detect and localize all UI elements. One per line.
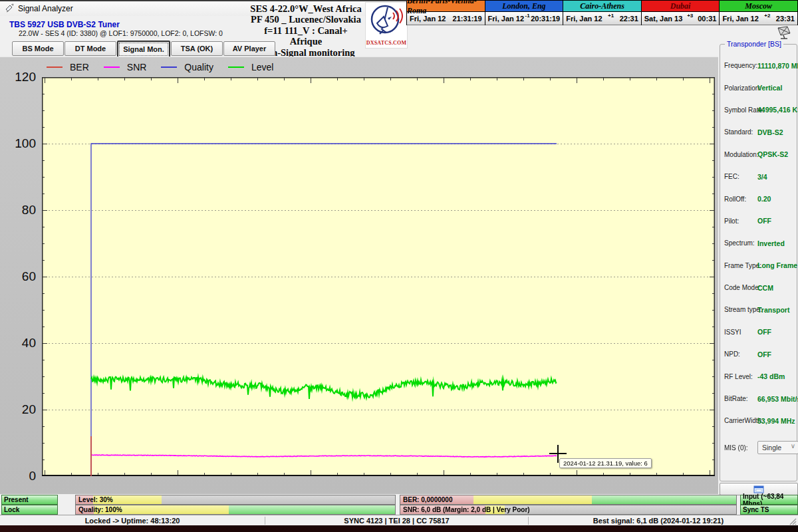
clock-city-label: Berlin-Paris-Vienna-Roma [407, 1, 485, 12]
chart-tooltip: 2024-01-12 21.31.19, value: 6 [559, 458, 652, 468]
transponder-row-label: RF Level: [724, 373, 753, 380]
transponder-row-value: Vertical [757, 84, 782, 92]
signal-analyzer-window: Signal Analyzer TBS 5927 USB DVB-S2 Tune… [0, 0, 798, 532]
transponder-row-value: Inverted [757, 239, 785, 247]
clock-value-row: Sat, Jan 13+300:31 [642, 12, 720, 25]
clock-utc-offset: -1 [524, 13, 531, 19]
tuner-details: 22.0W - SES 4 (ID: 3380) @ LOF1: 9750000… [19, 29, 223, 37]
transponder-row-label: Frequency: [724, 62, 757, 69]
transponder-row: NPD:OFF [724, 343, 795, 365]
transponder-row-label: FEC: [724, 173, 739, 180]
mis-selected-value: Single [762, 444, 781, 452]
transponder-row: CarrierWidth:53,994 MHz [724, 410, 795, 432]
transponder-row-label: Code Mode: [724, 284, 760, 291]
y-axis-tick-label: 120 [3, 70, 36, 84]
clock-dubai: DubaiSat, Jan 13+300:31 [641, 1, 720, 25]
tab-dt-mode[interactable]: DT Mode [65, 41, 116, 56]
quality-bar: Quality: 100% [75, 505, 396, 515]
bar-segment-green [229, 505, 395, 514]
transponder-row-value: Transport [757, 306, 789, 314]
transponder-row: Symbol Rate:44995,416 KS/s [724, 99, 795, 121]
snr-bar-label: SNR: 6,0 dB (Margin: 2,0 dB | Very Poor) [403, 506, 530, 513]
transponder-row-label: Modulation: [724, 151, 759, 158]
transponder-row: Frame Type:Long Frame [724, 255, 795, 277]
transponder-row-value: DVB-S2 [757, 128, 783, 136]
clock-city-label: Moscow [720, 1, 797, 12]
clock-london-eng: London, EngFri, Jan 12-120:31:19 [485, 1, 564, 25]
transponder-row-label: RollOff: [724, 196, 746, 203]
clock-value-row: Fri, Jan 12+122:31 [563, 12, 641, 25]
mis-label: MIS (0): [724, 444, 748, 452]
status-bar: Locked -> Uptime: 48:13:20 SYNC 4123 | T… [0, 515, 798, 526]
transponder-row: Frequency:11110,870 MHz [724, 55, 795, 76]
present-indicator: Present [1, 495, 58, 505]
tab-tsa-ok-[interactable]: TSA (OK) [171, 41, 223, 56]
clock-cairo-athens: Cairo-AthensFri, Jan 12+122:31 [563, 1, 642, 25]
transponder-row-value: OFF [757, 350, 771, 358]
chart-legend: BERSNRQualityLevel [47, 60, 288, 74]
transponder-row-label: Spectrum: [724, 239, 755, 247]
clock-date: Fri, Jan 12 [488, 15, 524, 23]
tuner-name: TBS 5927 USB DVB-S2 Tuner [9, 20, 120, 29]
signal-chart-panel: BERSNRQualityLevel 120100806040200 2024-… [0, 57, 718, 494]
transponder-row-label: Stream type: [724, 306, 762, 313]
transponder-row: Standard:DVB-S2 [724, 121, 795, 143]
clock-date: Sat, Jan 13 [644, 15, 682, 23]
chevron-down-icon: ∨ [791, 442, 795, 450]
legend-label: Level [251, 62, 273, 72]
y-axis-tick-label: 20 [3, 402, 36, 417]
transponder-row-value: OFF [757, 217, 771, 225]
transponder-row-value: QPSK-S2 [757, 150, 788, 158]
transponder-row: RF Level:-43 dBm [724, 365, 795, 387]
monitoring-header-line: SES 4-22.0°W_West Africa [247, 3, 364, 14]
transponder-row-value: 53,994 MHz [757, 417, 795, 425]
sync-ts-indicator: Sync TS [740, 505, 798, 515]
transponder-row-value: -43 dBm [757, 372, 785, 380]
clock-time: 23:31 [776, 15, 795, 23]
y-axis-tick-label: 0 [3, 469, 36, 483]
status-sync-counters: SYNC 4123 | TEI 28 | CC 75817 [265, 516, 528, 525]
mode-tabs: BS ModeDT ModeSignal Mon.TSA (OK)AV Play… [12, 41, 276, 56]
transponder-row: Stream type:Transport [724, 299, 795, 321]
window-bottom-strip [0, 525, 798, 532]
tab-bs-mode[interactable]: BS Mode [12, 41, 64, 56]
lock-indicator: Lock [1, 505, 58, 515]
legend-line-swatch [104, 66, 120, 68]
transponder-row-value: Long Frame [757, 261, 797, 269]
legend-item-level: Level [228, 62, 273, 72]
dxsatcs-logo: DXSATCS.COM [365, 2, 408, 49]
clock-value-row: Fri, Jan 12+223:31 [720, 12, 797, 25]
clock-time: 22:31 [620, 15, 638, 23]
legend-item-quality: Quality [161, 62, 213, 72]
clock-value-row: Fri, Jan 12-120:31:19 [485, 12, 563, 25]
tab-av-player[interactable]: AV Player [223, 41, 275, 56]
legend-line-swatch [228, 66, 244, 68]
level-bar-label: Level: 30% [78, 496, 113, 503]
clock-utc-offset: +2 [759, 13, 776, 19]
clock-moscow: MoscowFri, Jan 12+223:31 [719, 1, 798, 25]
clock-value-row: Fri, Jan 1221:31:19 [407, 12, 485, 25]
transponder-row-label: BitRate: [724, 395, 748, 402]
bar-segment-silver [162, 495, 395, 504]
signal-monitoring-plot[interactable] [42, 77, 715, 476]
transponder-row-label: Polarization: [724, 84, 761, 92]
clock-city-label: Cairo-Athens [563, 1, 641, 12]
bar-segment-silver [505, 505, 736, 514]
world-clocks: Berlin-Paris-Vienna-RomaFri, Jan 1221:31… [407, 0, 798, 25]
status-lock-uptime: Locked -> Uptime: 48:13:20 [0, 516, 265, 525]
tab-signal-mon-[interactable]: Signal Mon. [117, 41, 170, 58]
transponder-row: FEC:3/4 [724, 166, 795, 188]
clock-date: Fri, Jan 12 [410, 15, 446, 23]
app-icon [5, 3, 15, 16]
legend-item-snr: SNR [104, 62, 147, 72]
legend-line-swatch [161, 66, 177, 68]
transponder-row-value: 66,953 Mbit/s [757, 395, 798, 403]
ber-bar: BER: 0,0000000 [400, 495, 737, 505]
transponder-row-value: 44995,416 KS/s [757, 106, 798, 114]
transponder-row: Pilot:OFF [724, 210, 795, 232]
transponder-row-value: 0.20 [757, 195, 771, 203]
bar-segment-green [592, 495, 736, 504]
mis-dropdown[interactable]: Single ∨ [757, 441, 798, 454]
ber-bar-label: BER: 0,0000000 [403, 496, 453, 503]
clock-time: 21:31:19 [453, 15, 482, 23]
